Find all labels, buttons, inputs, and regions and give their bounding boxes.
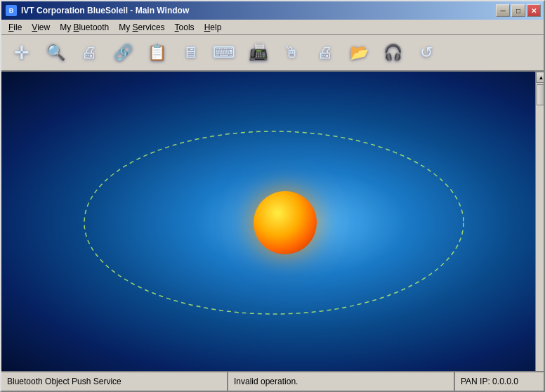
central-sphere bbox=[254, 191, 317, 254]
toolbar: ✛ 🔍 🖨 🔗 📋 🖥 ⌨ 📠 🖱 🖨 📂 bbox=[1, 35, 544, 72]
keyboard-icon: ⌨ bbox=[213, 44, 235, 62]
menu-bar: File View My Bluetooth My Services Tools… bbox=[1, 20, 544, 35]
toolbar-network-btn[interactable]: 🔗 bbox=[108, 38, 138, 67]
toolbar-bt-search-btn[interactable]: ↺ bbox=[412, 38, 441, 67]
toolbar-docs-btn[interactable]: 📋 bbox=[142, 38, 171, 67]
network-icon: 🔗 bbox=[114, 44, 133, 62]
folder-icon: 📂 bbox=[350, 44, 369, 62]
sync-icon: 🖨 bbox=[317, 44, 333, 62]
status-message: Invalid operation. bbox=[228, 372, 455, 391]
app-icon: B bbox=[6, 5, 17, 16]
menu-my-bluetooth[interactable]: My Bluetooth bbox=[55, 21, 113, 34]
toolbar-headphones-btn[interactable]: 🎧 bbox=[378, 38, 407, 67]
menu-tools[interactable]: Tools bbox=[171, 21, 199, 34]
scroll-up-button[interactable]: ▲ bbox=[536, 72, 546, 83]
connect-icon: ✛ bbox=[14, 42, 29, 64]
menu-view[interactable]: View bbox=[27, 21, 54, 34]
search-icon: 🔍 bbox=[46, 44, 65, 62]
window-frame: B IVT Corporation BlueSoleil - Main Wind… bbox=[0, 0, 545, 392]
mouse-icon: 🖱 bbox=[284, 44, 299, 62]
toolbar-folder-btn[interactable]: 📂 bbox=[344, 38, 374, 67]
main-canvas: ▲ bbox=[1, 72, 545, 374]
status-bar: Bluetooth Object Push Service Invalid op… bbox=[1, 371, 545, 391]
toolbar-printer-btn[interactable]: 🖨 bbox=[74, 38, 104, 67]
toolbar-mouse-btn[interactable]: 🖱 bbox=[277, 38, 306, 67]
docs-icon: 📋 bbox=[147, 44, 166, 62]
title-bar: B IVT Corporation BlueSoleil - Main Wind… bbox=[1, 1, 544, 20]
desktop-icon: 🖥 bbox=[183, 44, 198, 62]
menu-help[interactable]: Help bbox=[200, 21, 226, 34]
status-pan-ip: PAN IP: 0.0.0.0 bbox=[455, 372, 545, 391]
headphones-icon: 🎧 bbox=[383, 44, 402, 62]
close-button[interactable]: ✕ bbox=[527, 4, 541, 17]
minimize-button[interactable]: ─ bbox=[496, 4, 510, 17]
scrollbar-track[interactable]: ▲ bbox=[535, 72, 545, 374]
restore-button[interactable]: □ bbox=[511, 4, 525, 17]
toolbar-keyboard-btn[interactable]: ⌨ bbox=[209, 38, 239, 67]
toolbar-connect-btn[interactable]: ✛ bbox=[7, 38, 37, 67]
title-buttons: ─ □ ✕ bbox=[496, 4, 541, 17]
menu-my-services[interactable]: My Services bbox=[114, 21, 169, 34]
title-bar-left: B IVT Corporation BlueSoleil - Main Wind… bbox=[6, 5, 189, 16]
toolbar-search-btn[interactable]: 🔍 bbox=[41, 38, 70, 67]
toolbar-fax-btn[interactable]: 📠 bbox=[243, 38, 272, 67]
fax-icon: 📠 bbox=[249, 44, 268, 62]
printer-icon: 🖨 bbox=[81, 44, 97, 62]
window-title: IVT Corporation BlueSoleil - Main Window bbox=[21, 6, 189, 15]
menu-file[interactable]: File bbox=[4, 21, 26, 34]
toolbar-desktop-btn[interactable]: 🖥 bbox=[176, 38, 205, 67]
bt-search-icon: ↺ bbox=[420, 44, 433, 62]
toolbar-sync-btn[interactable]: 🖨 bbox=[310, 38, 340, 67]
status-service: Bluetooth Object Push Service bbox=[1, 372, 228, 391]
scroll-thumb[interactable] bbox=[537, 84, 546, 105]
